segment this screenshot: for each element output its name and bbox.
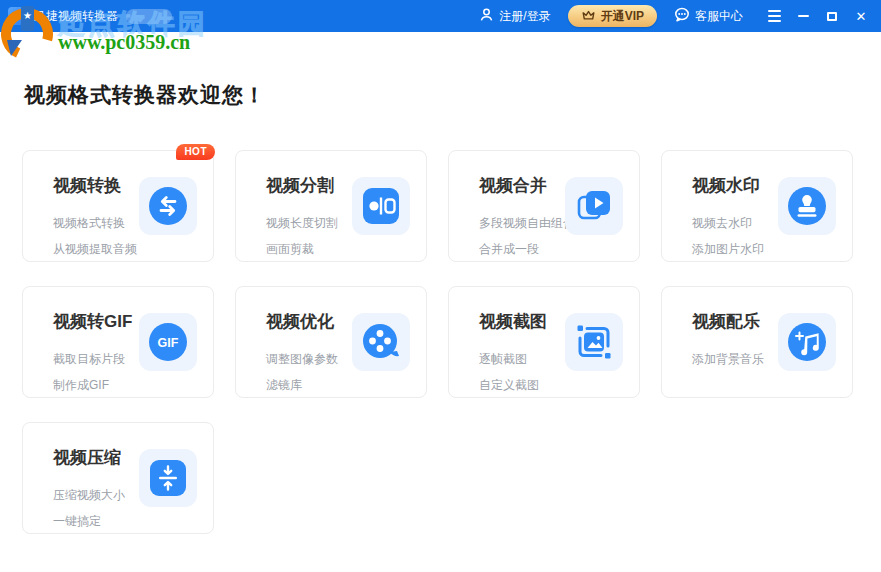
card-subtitle: 从视频提取音频 — [53, 236, 197, 262]
card-video-screenshot[interactable]: 视频截图 逐帧截图 自定义截图 — [448, 286, 640, 398]
open-vip-button[interactable]: 开通VIP — [568, 5, 657, 27]
card-subtitle: 一键搞定 — [53, 508, 197, 534]
compress-icon — [139, 449, 197, 507]
split-icon — [352, 177, 410, 235]
feature-grid: HOT 视频转换 视频格式转换 从视频提取音频 视频分割 视频长度切割 画面剪裁 — [22, 150, 859, 534]
card-video-split[interactable]: 视频分割 视频长度切割 画面剪裁 — [235, 150, 427, 262]
card-video-watermark[interactable]: 视频水印 视频去水印 添加图片水印 — [661, 150, 853, 262]
menu-icon[interactable] — [764, 10, 784, 22]
screenshot-icon — [565, 313, 623, 371]
svg-text:GIF: GIF — [158, 336, 179, 350]
card-subtitle: 添加图片水印 — [692, 236, 836, 262]
register-login-button[interactable]: 注册/登录 — [479, 7, 550, 25]
window-controls: ✕ — [764, 6, 871, 26]
card-video-optimize[interactable]: 视频优化 调整图像参数 滤镜库 — [235, 286, 427, 398]
card-subtitle: 滤镜库 — [266, 372, 410, 398]
customer-service-button[interactable]: 客服中心 — [674, 7, 743, 25]
title-version-badge — [126, 9, 172, 24]
merge-icon — [565, 177, 623, 235]
card-subtitle: 画面剪裁 — [266, 236, 410, 262]
app-title: 迅捷视频转换器 — [34, 8, 118, 25]
crown-icon — [581, 8, 596, 25]
register-login-label: 注册/登录 — [499, 8, 550, 25]
card-video-merge[interactable]: 视频合并 多段视频自由组合 合并成一段 — [448, 150, 640, 262]
card-video-convert[interactable]: HOT 视频转换 视频格式转换 从视频提取音频 — [22, 150, 214, 262]
app-logo-icon — [8, 7, 26, 25]
close-button[interactable]: ✕ — [851, 6, 871, 26]
user-icon — [479, 7, 494, 25]
card-subtitle: 合并成一段 — [479, 236, 623, 262]
hot-badge: HOT — [176, 144, 215, 160]
music-plus-icon — [778, 313, 836, 371]
card-video-music[interactable]: 视频配乐 添加背景音乐 — [661, 286, 853, 398]
titlebar: 迅捷视频转换器 注册/登录 开通VIP — [0, 0, 881, 32]
chat-bubble-icon — [674, 7, 690, 25]
card-video-to-gif[interactable]: 视频转GIF 截取目标片段 制作成GIF GIF — [22, 286, 214, 398]
card-video-compress[interactable]: 视频压缩 压缩视频大小 一键搞定 — [22, 422, 214, 534]
card-subtitle: 制作成GIF — [53, 372, 197, 398]
titlebar-left: 迅捷视频转换器 — [8, 7, 479, 25]
film-reel-icon — [352, 313, 410, 371]
main-content: 视频格式转换器欢迎您！ HOT 视频转换 视频格式转换 从视频提取音频 视频分割… — [0, 81, 881, 534]
card-subtitle: 自定义截图 — [479, 372, 623, 398]
watermark-site-url: www.pc0359.cn — [58, 31, 190, 54]
minimize-button[interactable] — [793, 6, 813, 26]
page-title: 视频格式转换器欢迎您！ — [24, 81, 859, 109]
gif-icon: GIF — [139, 313, 197, 371]
maximize-button[interactable] — [822, 6, 842, 26]
swap-icon — [139, 177, 197, 235]
titlebar-right: 注册/登录 开通VIP 客服中心 ✕ — [479, 5, 871, 27]
stamp-icon — [778, 177, 836, 235]
open-vip-label: 开通VIP — [601, 8, 644, 25]
customer-service-label: 客服中心 — [695, 8, 743, 25]
